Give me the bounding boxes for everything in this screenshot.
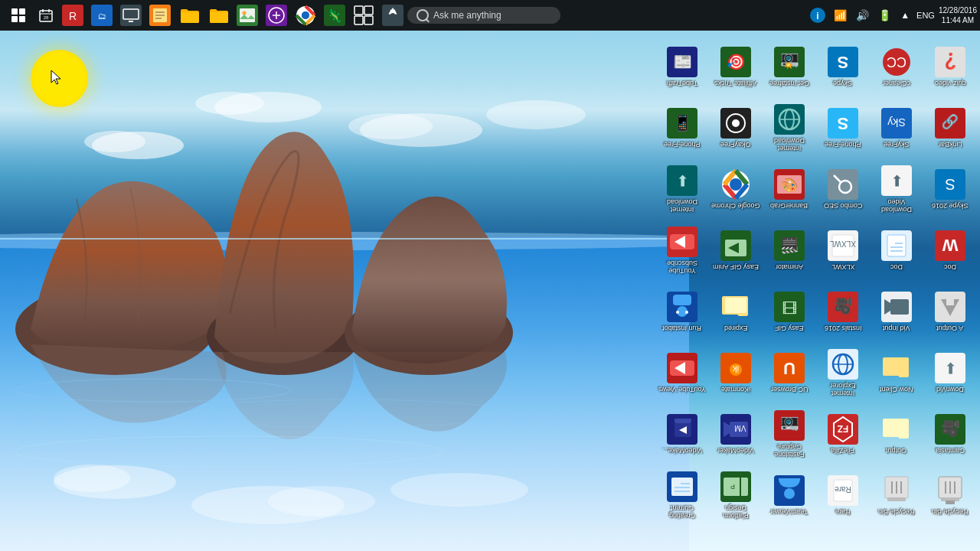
taskbar-app-windows[interactable] <box>350 2 377 29</box>
desktop-icon-easy-gif[interactable]: 🎞 Easy GIF <box>763 282 816 340</box>
desktop-icon-xlxwl[interactable]: XLXWL XLXWL <box>816 221 870 279</box>
desktop-icon-rare[interactable]: Rare Rare <box>816 466 870 523</box>
desktop-icon-ikonmate[interactable]: ik iKonmate <box>709 344 763 401</box>
svg-rect-39 <box>240 8 255 22</box>
desktop-icon-word[interactable]: W Doc <box>923 221 977 279</box>
taskbar-calendar[interactable]: 28 <box>34 3 58 28</box>
svg-text:ik: ik <box>732 364 740 374</box>
svg-rect-72 <box>941 497 959 501</box>
desktop-icon-filezilla[interactable]: FZ FileZilla <box>816 405 870 462</box>
svg-text:📸: 📸 <box>780 53 799 71</box>
desktop-icon-now-client[interactable]: Now Client <box>870 344 923 401</box>
desktop-icon-a-output[interactable]: A Output <box>923 282 977 340</box>
desktop-icon-banner-grab[interactable]: 🎨 BannerGrab <box>763 160 816 217</box>
desktop-icon-get-instafree[interactable]: 📸 Get Instafree <box>763 37 816 95</box>
desktop-icon-recyclebin-main[interactable]: Recycle Bin <box>870 466 923 523</box>
taskbar-app-chrome[interactable] <box>292 2 319 29</box>
desktop-icon-easy-gif2[interactable]: Easy GIF Anim <box>709 221 763 279</box>
svg-text:🦎: 🦎 <box>327 8 342 23</box>
tray-arrow[interactable]: ▲ <box>897 6 913 24</box>
desktop-icon-internet-dl2[interactable]: ⬇ Internet Download <box>655 160 709 217</box>
taskbar-app-folder2[interactable] <box>204 2 232 29</box>
desktop-icon-platform-design[interactable]: P Platform Design <box>709 466 763 523</box>
taskbar-app-recycle[interactable] <box>379 2 407 29</box>
taskbar-app-sticky[interactable] <box>146 2 174 29</box>
svg-rect-152 <box>724 478 748 496</box>
desktop-icon-linkbar[interactable]: 🔗 LinkBar <box>923 99 977 156</box>
svg-point-40 <box>243 11 247 15</box>
taskbar-app-image[interactable] <box>234 2 261 29</box>
desktop-icon-phonecare[interactable]: 📱 Phone-Free <box>655 99 709 156</box>
desktop-icon-okayfree[interactable]: OkayFree <box>709 99 763 156</box>
desktop-icon-combo-seo[interactable]: Combo SEO <box>816 160 870 217</box>
tray-info[interactable]: i <box>808 6 827 24</box>
search-icon <box>416 9 429 21</box>
desktop-icon-tubetraffi[interactable]: 📰 TubeTraffi <box>655 37 709 95</box>
svg-rect-84 <box>887 235 906 256</box>
desktop-icon-youtube-sub[interactable]: YouTube Subscribe <box>655 221 709 279</box>
desktop-icon-instals2016[interactable]: 🎥 Instals 2016 <box>816 282 870 340</box>
desktop-icon-ie[interactable]: Internet Explorer <box>816 344 870 401</box>
taskbar-app-red[interactable]: R <box>59 2 87 29</box>
svg-text:XLXWL: XLXWL <box>830 240 856 248</box>
desktop-icon-videomaker2[interactable]: VideoMake... <box>655 405 709 462</box>
desktop-icon-youtube-views[interactable]: YouTube Views <box>655 344 709 401</box>
search-bar[interactable]: Ask me anything <box>407 7 560 24</box>
clock-time: 11:44 AM <box>942 15 974 25</box>
svg-text:🎥: 🎥 <box>834 297 853 315</box>
taskbar-app-blue[interactable]: 🗂 <box>88 2 116 29</box>
svg-text:28: 28 <box>44 15 49 20</box>
svg-text:🎯: 🎯 <box>727 53 746 71</box>
desktop-icon-creating[interactable]: Creating Current <box>655 466 709 523</box>
desktop-icon-run-instabot[interactable]: Run Instabot <box>655 282 709 340</box>
svg-rect-32 <box>129 21 133 22</box>
start-grid-icon <box>11 8 25 22</box>
clock[interactable]: 12/28/2016 11:44 AM <box>939 5 977 25</box>
desktop-icon-affiliate[interactable]: 🎯 Affiliate Tricks <box>709 37 763 95</box>
desktop-icon-ccleaner[interactable]: CC cCleaner <box>870 37 923 95</box>
desktop-icon-downvid[interactable]: ⬇ DownVid <box>923 344 977 401</box>
desktop-icon-skype-2016[interactable]: S Skype 2016 <box>923 160 977 217</box>
desktop-icon-recyclebin2[interactable]: Recycle Bin <box>923 466 977 523</box>
svg-text:📰: 📰 <box>673 53 692 71</box>
svg-text:FZ: FZ <box>838 423 849 434</box>
desktop-icon-quiz-video[interactable]: ❓ quiz video <box>923 37 977 95</box>
taskbar-app-snake[interactable]: 🦎 <box>321 2 348 29</box>
tray-volume[interactable]: 🔊 <box>853 6 871 24</box>
svg-text:⬇: ⬇ <box>676 172 689 189</box>
desktop-icon-internet-dl[interactable]: Internet Download <box>763 99 816 156</box>
desktop-icon-skype[interactable]: S Skype <box>816 37 870 95</box>
svg-text:⬇: ⬇ <box>944 360 957 377</box>
desktop-icon-skyfree[interactable]: Sky SkyFree <box>870 99 923 156</box>
desktop-icon-uc-browser[interactable]: U UC Browser <box>763 344 816 401</box>
taskbar-app-folder1[interactable] <box>175 2 203 29</box>
svg-rect-51 <box>354 16 363 24</box>
desktop-icon-videomaker[interactable]: VM VideoMaker <box>709 405 763 462</box>
svg-text:VM: VM <box>735 424 746 432</box>
svg-text:🗂: 🗂 <box>98 11 106 21</box>
tray-battery[interactable]: 🔋 <box>875 6 893 24</box>
desktop-icon-downwiper[interactable]: ⬇ Download Video <box>870 160 923 217</box>
desktop-icon-animator[interactable]: 🎬 Animator <box>763 221 816 279</box>
mouse-cursor <box>50 69 65 84</box>
svg-rect-144 <box>725 298 746 313</box>
desktop-icon-camtasia2[interactable]: 🎥 Camtasia <box>923 405 977 462</box>
svg-rect-91 <box>887 497 906 501</box>
desktop-icon-output[interactable]: Output <box>870 405 923 462</box>
grid-cell-4 <box>19 16 25 22</box>
language-indicator[interactable]: ENG <box>916 11 935 20</box>
desktop-icon-skype2[interactable]: S Phone-Free <box>816 99 870 156</box>
desktop-icon-google-chrome[interactable]: Google Chrome <box>709 160 763 217</box>
desktop-icon-faststone[interactable]: 📷 Faststone Capture <box>763 405 816 462</box>
desktop-icon-expired[interactable]: Expired <box>709 282 763 340</box>
desktop-icon-teamviewer[interactable]: TeamViewer <box>763 466 816 523</box>
grid-cell-1 <box>11 8 18 15</box>
taskbar-app-remote[interactable] <box>117 2 145 29</box>
desktop-icon-doc[interactable]: Doc <box>870 221 923 279</box>
desktop-icon-vidinput[interactable]: Vid Input <box>870 282 923 340</box>
taskbar-app-game[interactable] <box>263 2 290 29</box>
svg-text:W: W <box>942 236 958 255</box>
svg-text:❓: ❓ <box>941 52 960 70</box>
start-button[interactable] <box>3 0 34 31</box>
tray-network[interactable]: 📶 <box>831 6 849 24</box>
